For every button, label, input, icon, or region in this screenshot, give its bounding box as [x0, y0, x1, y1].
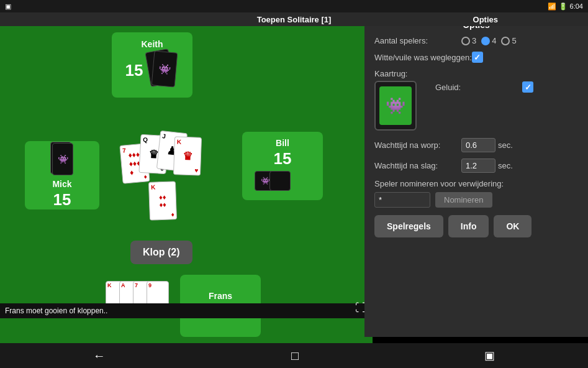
- kaartrug-section: Kaartrug: 👾: [374, 69, 417, 131]
- status-right: 📶 🔋 6:04: [548, 2, 583, 11]
- card-back-preview[interactable]: 👾: [374, 81, 417, 131]
- game-title: Toepen Solitaire [1]: [257, 15, 332, 24]
- recent-button[interactable]: ▣: [484, 349, 495, 362]
- wachttijd-slag-sec: sec.: [498, 161, 513, 170]
- radio-option-5[interactable]: 5: [501, 36, 516, 45]
- radio-4-label: 4: [492, 36, 496, 45]
- radio-4-circle[interactable]: [481, 37, 490, 45]
- player-card-keith: Keith 15 👾: [112, 32, 192, 98]
- center-cards: 7 ♦♦♦♦♦♦♦ ♦ Q ♛ ♠ J ♟ ♣ K ♛ ♥ K ♦♦♦♦ ♦: [121, 132, 233, 231]
- kaartrug-label: Kaartrug:: [374, 69, 417, 78]
- bottom-status-bar: Frans moet gooien of kloppen..: [0, 303, 373, 318]
- witte-vuile-checkbox[interactable]: ✓: [472, 52, 483, 63]
- wachttijd-worp-label: Wachttijd na worp:: [374, 140, 461, 150]
- wachttijd-slag-label: Wachttijd na slag:: [374, 161, 461, 170]
- player-score-bill: 15: [274, 149, 292, 168]
- geluid-checkbox[interactable]: ✓: [522, 81, 533, 93]
- radio-3-circle[interactable]: [461, 37, 470, 45]
- status-left: ▣: [5, 2, 11, 11]
- options-panel-title-bar: Opties: [473, 15, 498, 24]
- options-panel: Opties Aantal spelers: 3 4 5 Witte/vuile…: [364, 12, 588, 337]
- radio-option-3[interactable]: 3: [461, 36, 476, 45]
- player-score-keith: 15: [125, 61, 143, 80]
- radio-3-label: 3: [472, 36, 476, 45]
- wachttijd-worp-input[interactable]: [461, 138, 495, 152]
- nomineer-label: Speler nomineren voor verwijdering:: [374, 179, 504, 188]
- speler-radio-group: 3 4 5: [461, 36, 517, 45]
- status-message: Frans moet gooien of kloppen..: [5, 306, 107, 315]
- aantal-spelers-row: Aantal spelers: 3 4 5: [374, 36, 578, 45]
- back-button[interactable]: ←: [93, 349, 106, 363]
- player-name-frans: Frans: [209, 291, 232, 301]
- player-name-bill: Bill: [276, 138, 289, 148]
- title-bar: Toepen Solitaire [1] Opties: [0, 12, 588, 26]
- game-area: Keith 15 👾 👾 Mick 15: [0, 26, 373, 343]
- signal-icon: 📶: [548, 2, 556, 11]
- wachttijd-slag-input[interactable]: [461, 159, 495, 173]
- clock: 6:04: [570, 2, 583, 10]
- wachttijd-worp-row: Wachttijd na worp: sec.: [374, 138, 578, 152]
- witte-vuile-label: Witte/vuile was wegleggen:: [374, 53, 472, 62]
- witte-vuile-row: Witte/vuile was wegleggen: ✓: [374, 52, 578, 63]
- player-card-bill: Bill 15 👾: [242, 132, 323, 200]
- navigation-bar: ← □ ▣: [0, 343, 588, 368]
- app-icon: ▣: [5, 2, 11, 11]
- wachttijd-slag-row: Wachttijd na slag: sec.: [374, 159, 578, 173]
- ok-button[interactable]: OK: [494, 215, 531, 237]
- radio-5-label: 5: [512, 36, 516, 45]
- geluid-row: Geluid: ✓: [435, 81, 533, 93]
- radio-5-circle[interactable]: [501, 37, 510, 45]
- kaartrug-area: Kaartrug: 👾 Geluid: ✓: [374, 69, 578, 131]
- nomineer-area: Nomineren: [374, 192, 578, 208]
- player-score-mick: 15: [53, 190, 71, 209]
- nomineer-button[interactable]: Nomineren: [435, 192, 492, 208]
- wachttijd-worp-sec: sec.: [498, 140, 513, 150]
- home-button[interactable]: □: [291, 349, 299, 363]
- aantal-spelers-label: Aantal spelers:: [374, 36, 461, 45]
- player-name-mick: Mick: [52, 179, 71, 189]
- player-card-mick: 👾 Mick 15: [25, 141, 99, 209]
- battery-icon: 🔋: [559, 2, 568, 11]
- info-button[interactable]: Info: [448, 215, 489, 237]
- status-bar: ▣ 📶 🔋 6:04: [0, 0, 588, 12]
- player-name-keith: Keith: [142, 39, 163, 49]
- card-back-monster: 👾: [379, 86, 412, 125]
- spelregels-button[interactable]: Spelregels: [374, 215, 443, 237]
- action-buttons: Spelregels Info OK: [374, 215, 578, 237]
- radio-option-4[interactable]: 4: [481, 36, 496, 45]
- klop-button[interactable]: Klop (2): [130, 241, 192, 264]
- nomineer-input[interactable]: [374, 192, 430, 208]
- geluid-section: Geluid: ✓: [435, 81, 533, 99]
- nomineer-label-row: Speler nomineren voor verwijdering:: [374, 179, 578, 188]
- geluid-label: Geluid:: [435, 83, 522, 92]
